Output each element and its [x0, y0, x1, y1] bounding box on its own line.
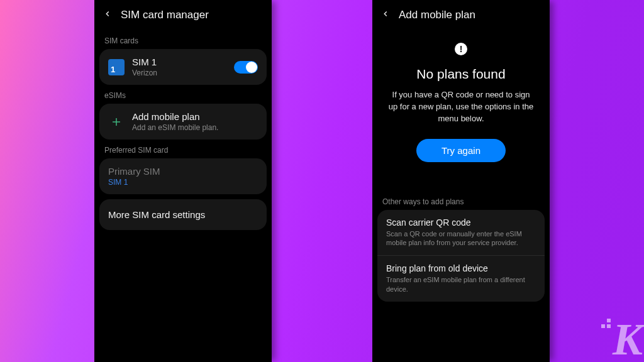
scan-qr-row[interactable]: Scan carrier QR code Scan a QR code or m…	[377, 210, 545, 256]
scan-qr-title: Scan carrier QR code	[386, 217, 536, 228]
back-icon[interactable]	[381, 9, 390, 21]
section-label-simcards: SIM cards	[94, 30, 272, 49]
add-plan-subtitle: Add an eSIM mobile plan.	[132, 123, 258, 132]
section-label-preferred: Preferred SIM card	[94, 140, 272, 158]
back-icon[interactable]	[103, 9, 112, 21]
page-title: Add mobile plan	[399, 9, 475, 21]
header: SIM card manager	[94, 0, 272, 30]
bring-plan-row[interactable]: Bring plan from old device Transfer an e…	[377, 255, 545, 302]
more-sim-settings-row[interactable]: More SIM card settings	[99, 199, 267, 230]
primary-sim-row[interactable]: Primary SIM SIM 1	[99, 158, 267, 194]
sim1-carrier: Verizon	[132, 69, 226, 77]
add-plan-title: Add mobile plan	[132, 111, 258, 122]
sim-badge-icon: 1	[108, 59, 125, 75]
phone-add-plan: Add mobile plan ! No plans found If you …	[372, 0, 550, 362]
primary-sim-label: Primary SIM	[108, 166, 258, 177]
bring-plan-title: Bring plan from old device	[386, 263, 536, 273]
watermark-logo: K	[613, 314, 641, 362]
empty-desc: If you have a QR code or need to sign up…	[387, 89, 535, 125]
section-label-esims: eSIMs	[94, 85, 272, 104]
empty-state: ! No plans found If you have a QR code o…	[372, 30, 550, 162]
header: Add mobile plan	[372, 0, 550, 30]
other-ways-list: Scan carrier QR code Scan a QR code or m…	[377, 210, 545, 302]
alert-icon: !	[455, 43, 467, 55]
sim1-toggle[interactable]	[234, 61, 258, 74]
primary-sim-value: SIM 1	[108, 178, 258, 187]
bring-plan-desc: Transfer an eSIM mobile plan from a diff…	[386, 275, 536, 294]
scan-qr-desc: Scan a QR code or manually enter the eSI…	[386, 229, 536, 248]
try-again-button[interactable]: Try again	[416, 139, 506, 162]
page-title: SIM card manager	[121, 9, 209, 21]
sim1-name: SIM 1	[132, 57, 226, 67]
sim1-row[interactable]: 1 SIM 1 Verizon	[99, 49, 267, 85]
more-sim-settings-label: More SIM card settings	[108, 209, 205, 220]
phone-sim-manager: SIM card manager SIM cards 1 SIM 1 Veriz…	[94, 0, 272, 362]
add-mobile-plan-row[interactable]: Add mobile plan Add an eSIM mobile plan.	[99, 104, 267, 140]
empty-title: No plans found	[416, 67, 505, 82]
section-label-other: Other ways to add plans	[372, 191, 550, 210]
plus-icon	[108, 114, 125, 130]
